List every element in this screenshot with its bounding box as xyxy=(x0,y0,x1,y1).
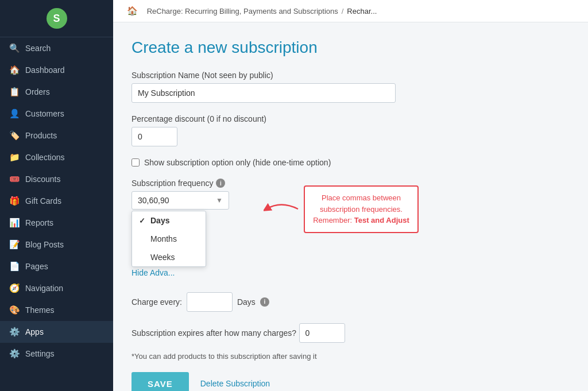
breadcrumb-home-icon: 🏠 xyxy=(127,6,138,16)
apps-icon: ⚙️ xyxy=(9,327,20,337)
collections-label: Collections xyxy=(25,153,64,162)
frequency-row: 30,60,90 ▼ ✓ Days Months xyxy=(131,191,570,233)
sidebar-item-navigation[interactable]: 🧭 Navigation xyxy=(0,277,113,299)
breadcrumb: 🏠 ReCharge: Recurring Billing, Payments … xyxy=(113,0,588,22)
charge-info-icon: i xyxy=(260,297,269,307)
charge-unit: Days xyxy=(237,297,256,307)
breadcrumb-current: Rechar... xyxy=(347,7,377,16)
frequency-dropdown-menu: ✓ Days Months Weeks xyxy=(131,211,206,267)
sidebar-item-settings[interactable]: ⚙️ Settings xyxy=(0,343,113,365)
frequency-input-box[interactable]: 30,60,90 ▼ xyxy=(131,191,229,210)
show-subscription-checkbox[interactable] xyxy=(131,158,140,167)
breadcrumb-slash: / xyxy=(342,7,344,16)
reports-label: Reports xyxy=(25,218,53,227)
freq-info-icon: i xyxy=(216,179,225,188)
subscription-name-label: Subscription Name (Not seen by public) xyxy=(131,71,570,80)
charge-label: Charge every: xyxy=(131,297,182,307)
pages-label: Pages xyxy=(25,262,48,271)
navigation-label: Navigation xyxy=(25,284,63,293)
sidebar-item-collections[interactable]: 📁 Collections xyxy=(0,146,113,168)
dropdown-months-label: Months xyxy=(150,234,177,243)
sidebar-item-discounts[interactable]: 🎟️ Discounts xyxy=(0,168,113,190)
themes-icon: 🎨 xyxy=(9,305,20,315)
search-label: Search xyxy=(25,44,51,53)
discounts-label: Discounts xyxy=(25,175,60,184)
sidebar-item-reports[interactable]: 📊 Reports xyxy=(0,212,113,234)
sidebar-item-search[interactable]: 🔍 Search xyxy=(0,37,113,59)
dashboard-label: Dashboard xyxy=(25,65,65,75)
expire-section: Subscription expires after how many char… xyxy=(131,323,570,343)
dropdown-item-days[interactable]: ✓ Days xyxy=(132,211,206,230)
products-icon: 🏷️ xyxy=(9,130,20,141)
button-row: SAVE Delete Subscription xyxy=(131,372,570,392)
themes-label: Themes xyxy=(25,305,55,315)
arrow-svg xyxy=(264,198,304,220)
sidebar-item-products[interactable]: 🏷️ Products xyxy=(0,125,113,146)
discounts-icon: 🎟️ xyxy=(9,174,20,184)
customers-icon: 👤 xyxy=(9,109,20,119)
discount-input[interactable] xyxy=(131,127,177,146)
sidebar-item-customers[interactable]: 👤 Customers xyxy=(0,103,113,125)
sidebar-item-pages[interactable]: 📄 Pages xyxy=(0,255,113,277)
dropdown-item-weeks[interactable]: Weeks xyxy=(132,248,206,266)
sidebar-item-dashboard[interactable]: 🏠 Dashboard xyxy=(0,59,113,81)
dashboard-icon: 🏠 xyxy=(9,65,20,75)
charge-input[interactable] xyxy=(187,292,233,312)
tooltip-bold: Test and Adjust xyxy=(354,216,409,224)
content-area: Create a new subscription Subscription N… xyxy=(113,22,588,391)
customers-label: Customers xyxy=(25,109,64,118)
gift-cards-label: Gift Cards xyxy=(25,196,61,206)
save-button[interactable]: SAVE xyxy=(131,372,189,392)
subscription-name-input[interactable] xyxy=(131,83,396,103)
settings-label: Settings xyxy=(25,349,55,358)
sidebar-item-blog-posts[interactable]: 📝 Blog Posts xyxy=(0,234,113,255)
discount-label: Percentage discount (0 if no discount) xyxy=(131,114,570,123)
checkmark-icon: ✓ xyxy=(139,216,147,225)
blog-posts-label: Blog Posts xyxy=(25,240,64,249)
frequency-section: Subscription frequency i 30,60,90 ▼ ✓ Da… xyxy=(131,179,570,233)
checkmark-empty2 xyxy=(139,253,147,262)
subscription-name-group: Subscription Name (Not seen by public) xyxy=(131,71,570,103)
checkmark-empty xyxy=(139,235,147,243)
blog-posts-icon: 📝 xyxy=(9,239,20,250)
expire-label: Subscription expires after how many char… xyxy=(131,328,296,338)
sidebar-item-themes[interactable]: 🎨 Themes xyxy=(0,299,113,321)
charge-row: Charge every: Days i xyxy=(131,292,570,312)
main-area: 🏠 ReCharge: Recurring Billing, Payments … xyxy=(113,0,588,391)
gift-cards-icon: 🎁 xyxy=(9,196,20,206)
breadcrumb-separator xyxy=(141,7,144,16)
frequency-input-text: 30,60,90 xyxy=(138,196,216,205)
settings-icon: ⚙️ xyxy=(9,349,20,359)
checkbox-row: Show subscription option only (hide one-… xyxy=(131,158,570,167)
expire-input[interactable] xyxy=(299,323,345,343)
tooltip-text-2: Remember: xyxy=(313,216,352,224)
logo-icon: S xyxy=(47,8,67,29)
hide-advanced-link[interactable]: Hide Adva... xyxy=(131,268,175,277)
breadcrumb-path: ReCharge: Recurring Billing, Payments an… xyxy=(147,7,338,16)
sidebar-item-orders[interactable]: 📋 Orders xyxy=(0,81,113,103)
dropdown-arrow-icon: ▼ xyxy=(216,196,223,204)
dropdown-item-months[interactable]: Months xyxy=(132,230,206,248)
collections-icon: 📁 xyxy=(9,152,20,162)
sidebar: S 🔍 Search 🏠 Dashboard 📋 Orders 👤 Custom… xyxy=(0,0,113,391)
reports-icon: 📊 xyxy=(9,218,20,228)
navigation-icon: 🧭 xyxy=(9,283,20,293)
tooltip-text-1: Place commas between subscription freque… xyxy=(320,193,403,214)
tooltip-wrapper: Place commas between subscription freque… xyxy=(246,191,419,233)
sidebar-item-gift-cards[interactable]: 🎁 Gift Cards xyxy=(0,190,113,212)
checkbox-label: Show subscription option only (hide one-… xyxy=(144,158,331,167)
orders-label: Orders xyxy=(25,87,50,96)
sidebar-item-apps[interactable]: ⚙️ Apps xyxy=(0,321,113,343)
tooltip-box: Place commas between subscription freque… xyxy=(304,185,419,233)
dropdown-weeks-label: Weeks xyxy=(150,253,175,262)
note-text: *You can add products to this subscripti… xyxy=(131,352,570,361)
sidebar-logo: S xyxy=(0,0,113,37)
discount-group: Percentage discount (0 if no discount) xyxy=(131,114,570,146)
pages-icon: 📄 xyxy=(9,261,20,272)
delete-subscription-button[interactable]: Delete Subscription xyxy=(200,379,270,388)
dropdown-days-label: Days xyxy=(150,216,169,225)
orders-icon: 📋 xyxy=(9,87,20,97)
page-title: Create a new subscription xyxy=(131,38,570,57)
apps-label: Apps xyxy=(25,327,44,336)
search-icon: 🔍 xyxy=(9,43,20,53)
